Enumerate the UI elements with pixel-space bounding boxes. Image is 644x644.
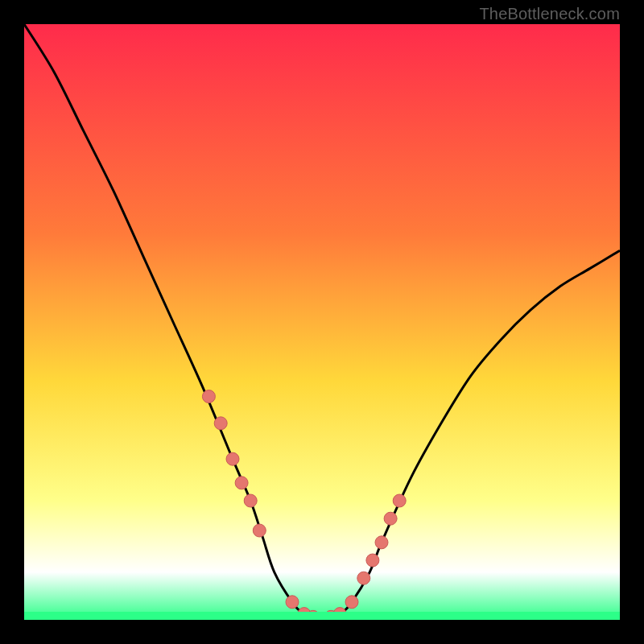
curve-marker [366,554,379,567]
gradient-background [24,24,620,620]
curve-marker [286,596,299,609]
curve-marker [253,524,266,537]
curve-marker [235,477,248,489]
curve-marker [214,417,227,430]
curve-marker [393,494,406,507]
plot-svg [24,24,620,620]
curve-marker [244,494,257,507]
curve-marker [375,536,388,549]
curve-marker [345,596,358,609]
curve-marker [357,572,370,584]
curve-marker [202,390,215,403]
green-band [24,612,620,620]
plot-frame [24,24,620,620]
curve-marker [226,452,239,465]
curve-marker [384,512,397,525]
attribution-label: TheBottleneck.com [479,5,620,23]
